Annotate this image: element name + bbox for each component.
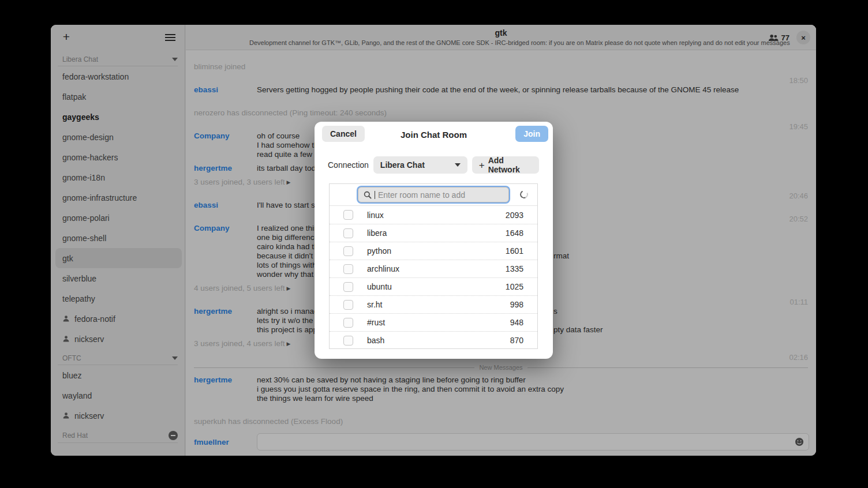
room-user-count: 1335 (506, 264, 523, 273)
sidebar-item-gnome-hackers[interactable]: gnome-hackers (55, 147, 182, 167)
room-row-bash[interactable]: bash870 (330, 331, 537, 349)
message-group: ebassiServers getting hogged by people p… (257, 85, 808, 95)
sidebar-item-gnome-infrastructure[interactable]: gnome-infrastructure (55, 187, 182, 208)
room-name: archlinux (367, 264, 506, 273)
new-messages-label: New Messages (479, 364, 522, 371)
message-fragment: pty data faster (553, 325, 603, 335)
message-fragment: rmat (553, 251, 569, 261)
member-count-button[interactable]: 77 (768, 33, 790, 42)
room-user-count: 1601 (506, 246, 523, 256)
menu-icon[interactable] (165, 34, 175, 41)
header-actions: 77 × (768, 25, 810, 50)
emoji-icon[interactable] (795, 437, 804, 446)
room-checkbox[interactable] (343, 246, 353, 256)
timestamp: 18:50 (194, 76, 808, 85)
nick-button[interactable]: fmuellner (194, 438, 257, 446)
sidebar-item-label: gaygeeks (62, 112, 99, 122)
nick-label: hergertme (194, 376, 253, 385)
sidebar-item-label: silverblue (62, 274, 96, 283)
divider-line (527, 367, 808, 368)
sidebar-header: + (51, 25, 185, 50)
room-checkbox[interactable] (343, 318, 353, 328)
sidebar: + Libera Chatfedora-workstationflatpakga… (51, 25, 185, 456)
connection-label: Connection (328, 160, 369, 170)
sidebar-item-telepathy[interactable]: telepathy (55, 288, 182, 309)
room-user-count: 2093 (506, 211, 523, 220)
room-checkbox[interactable] (343, 210, 353, 220)
input-bar: fmuellner (186, 431, 816, 456)
sidebar-item-gnome-i18n[interactable]: gnome-i18n (55, 167, 182, 187)
connection-dropdown[interactable]: Libera Chat (373, 156, 467, 174)
room-row-archlinux[interactable]: archlinux1335 (330, 260, 537, 277)
expander-icon[interactable]: ▶ (287, 179, 291, 185)
sidebar-list: Libera Chatfedora-workstationflatpakgayg… (51, 50, 185, 456)
sidebar-item-fedora-notif[interactable]: fedora-notif (55, 309, 182, 329)
message-line: i guess you just gotta reserve space in … (257, 385, 808, 394)
sidebar-item-label: gnome-design (62, 133, 114, 142)
nick-label: Company (194, 132, 253, 141)
search-icon (364, 191, 372, 199)
room-row-ubuntu[interactable]: ubuntu1025 (330, 277, 537, 295)
title-wrap: gtk Development channel for GTK™, GLib, … (249, 28, 753, 46)
sidebar-item-flatpak[interactable]: flatpak (55, 87, 182, 107)
room-name: ubuntu (367, 282, 506, 291)
room-name: libera (367, 228, 506, 238)
status-message: bliminse joined (194, 62, 808, 72)
disconnected-icon[interactable] (169, 431, 178, 440)
sidebar-item-nickserv[interactable]: nickserv (55, 406, 182, 426)
message-fragment: s (553, 307, 558, 316)
room-row-libera[interactable]: libera1648 (330, 224, 537, 242)
room-name: #rust (367, 318, 510, 327)
close-button[interactable]: × (796, 31, 810, 44)
join-button[interactable]: Join (515, 126, 548, 142)
room-subtitle: Development channel for GTK™, GLib, Pang… (249, 39, 753, 46)
room-checkbox[interactable] (343, 300, 353, 310)
add-room-button[interactable]: + (59, 30, 74, 45)
add-network-button[interactable]: + Add Network (472, 156, 539, 174)
section-header-oftc[interactable]: OFTC (51, 349, 185, 363)
message-input[interactable] (257, 433, 809, 451)
sidebar-item-fedora-workstation[interactable]: fedora-workstation (55, 66, 182, 87)
section-label: Libera Chat (62, 55, 98, 63)
section-label: OFTC (62, 354, 81, 362)
expander-icon[interactable]: ▶ (287, 341, 291, 347)
section-header-red-hat[interactable]: Red Hat (51, 426, 185, 441)
room-checkbox[interactable] (343, 336, 353, 346)
search-placeholder: Enter room name to add (378, 190, 465, 200)
sidebar-item-gnome-shell[interactable]: gnome-shell (55, 228, 182, 248)
sidebar-item-bluez[interactable]: bluez (55, 365, 182, 385)
new-messages-divider: New Messages (194, 364, 808, 371)
join-chat-room-dialog: Cancel Join Chat Room Join Connection Li… (315, 122, 553, 359)
room-row-python[interactable]: python1601 (330, 242, 537, 260)
text-cursor (375, 191, 375, 199)
room-row-linux[interactable]: linux2093 (330, 206, 537, 224)
room-list-box: Enter room name to add linux2093libera16… (329, 183, 538, 349)
sidebar-item-gaygeeks[interactable]: gaygeeks (55, 107, 182, 127)
section-header-libera-chat[interactable]: Libera Chat (51, 50, 185, 65)
sidebar-item-gnome-design[interactable]: gnome-design (55, 127, 182, 147)
expander-icon[interactable]: ▶ (287, 286, 291, 291)
room-checkbox[interactable] (343, 228, 353, 238)
sidebar-item-label: nickserv (74, 411, 104, 421)
sidebar-item-gtk[interactable]: gtk (55, 248, 182, 268)
collapse-icon (172, 356, 178, 360)
message-line: next 30% can be saved by not having a st… (257, 376, 808, 385)
sidebar-item-label: fedora-workstation (62, 72, 129, 81)
room-row--rust[interactable]: #rust948 (330, 313, 537, 331)
nick-label: hergertme (194, 307, 253, 316)
room-name: linux (367, 211, 506, 220)
room-row-sr-ht[interactable]: sr.ht998 (330, 295, 537, 313)
sidebar-item-gnome-polari[interactable]: gnome-polari (55, 208, 182, 228)
chevron-down-icon (455, 163, 461, 167)
room-checkbox[interactable] (343, 282, 353, 292)
sidebar-item-silverblue[interactable]: silverblue (55, 268, 182, 288)
sidebar-item-nickserv[interactable]: nickserv (55, 329, 182, 349)
person-icon (62, 335, 70, 343)
sidebar-item-wayland[interactable]: wayland (55, 385, 182, 406)
search-input[interactable]: Enter room name to add (358, 187, 509, 202)
connection-row: Connection Libera Chat + Add Network (315, 148, 553, 174)
room-checkbox[interactable] (343, 264, 353, 274)
add-network-label: Add Network (488, 156, 532, 174)
nick-label: ebassi (194, 201, 253, 210)
room-user-count: 870 (510, 336, 523, 345)
